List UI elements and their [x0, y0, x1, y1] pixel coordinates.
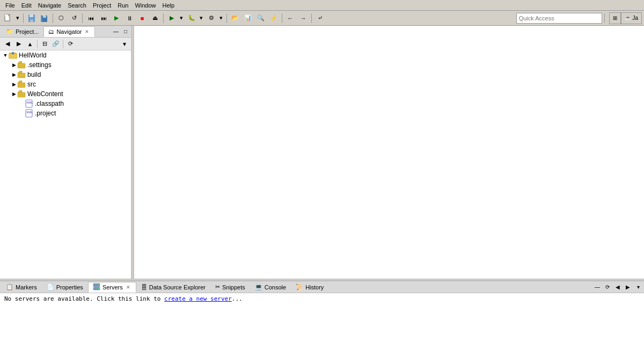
tab-servers[interactable]: Servers ✕: [88, 282, 136, 293]
bottom-sync-btn[interactable]: ⟳: [603, 282, 612, 292]
perspective-java-btn[interactable]: ☕ Ja: [621, 12, 642, 24]
webcontent-toggle[interactable]: ▶: [11, 91, 17, 97]
tab-properties[interactable]: 📄 Properties: [42, 282, 88, 293]
prev-edit-btn[interactable]: ←: [284, 12, 296, 24]
menu-edit[interactable]: Edit: [18, 1, 35, 10]
debug-button[interactable]: 🐛: [186, 12, 197, 24]
navigator-tab-icon: 🗂: [48, 28, 54, 35]
maximize-left-btn[interactable]: □: [121, 27, 130, 36]
menu-run[interactable]: Run: [114, 1, 131, 10]
console-icon: 💻: [255, 284, 262, 290]
src-icon: [17, 80, 26, 89]
sep2: [53, 13, 53, 23]
new-button[interactable]: [2, 12, 14, 24]
nav-link-btn[interactable]: 🔗: [50, 39, 61, 49]
build-toggle[interactable]: ▶: [11, 71, 17, 78]
menu-file[interactable]: File: [2, 1, 18, 10]
save-button[interactable]: [26, 12, 38, 24]
left-panel: 📁 Project... 🗂 Navigator ✕ — □ ◀ ▶ ▲: [0, 26, 131, 279]
tab-console[interactable]: 💻 Console: [250, 282, 291, 293]
tab-navigator[interactable]: 🗂 Navigator ✕: [43, 26, 95, 37]
tree-item-settings[interactable]: ▶ .settings: [0, 60, 131, 70]
sep7: [311, 13, 312, 23]
tab-markers[interactable]: 📋 Markers: [1, 282, 42, 293]
tree-item-classpath[interactable]: XML .classpath: [0, 99, 131, 108]
servers-icon: [93, 283, 100, 292]
left-panel-tab-actions: — □: [112, 27, 130, 36]
debug-stop-button[interactable]: ■: [136, 12, 148, 24]
webcontent-label: WebContent: [27, 90, 63, 98]
svg-rect-9: [43, 16, 46, 18]
tab-project[interactable]: 📁 Project...: [1, 26, 43, 37]
navigator-tree: ▼ HellWorld ▶: [0, 50, 131, 279]
debug-next-button[interactable]: ⏭: [98, 12, 109, 24]
menu-navigate[interactable]: Navigate: [35, 1, 64, 10]
src-toggle[interactable]: ▶: [11, 81, 17, 88]
tree-item-build[interactable]: ▶ build: [0, 70, 131, 79]
quick-access-input[interactable]: [516, 13, 602, 24]
ext-tools-dropdown[interactable]: ▾: [218, 12, 224, 24]
svg-marker-19: [18, 81, 22, 83]
nav-view-menu[interactable]: ▾: [120, 40, 129, 48]
svg-rect-20: [18, 92, 25, 97]
debug-resume-button[interactable]: ▶: [111, 12, 122, 24]
debug-prev-button[interactable]: ⏮: [85, 12, 97, 24]
new-dropdown-btn[interactable]: ▾: [14, 12, 21, 24]
debug-disconnect-button[interactable]: ⏏: [149, 12, 161, 24]
search-next-btn[interactable]: ⚡: [268, 12, 280, 24]
markers-icon: 📋: [6, 284, 13, 290]
menu-window[interactable]: Window: [131, 1, 159, 10]
search-btn[interactable]: 🔍: [255, 12, 267, 24]
publish-button[interactable]: ⬡: [55, 12, 67, 24]
nav-sync-btn[interactable]: ⟳: [65, 39, 76, 49]
nav-back-btn[interactable]: ◀: [2, 39, 13, 49]
bottom-minimize-btn[interactable]: —: [592, 282, 602, 292]
debug-suspend-button[interactable]: ⏸: [123, 12, 135, 24]
svg-marker-15: [18, 61, 22, 63]
nav-forward-btn[interactable]: ▶: [13, 39, 24, 49]
tree-item-hellworld[interactable]: ▼ HellWorld: [0, 50, 131, 60]
bottom-tab-bar: 📋 Markers 📄 Properties Servers: [0, 281, 644, 293]
sep1: [23, 13, 24, 23]
hellworld-label: HellWorld: [19, 52, 47, 59]
bottom-prev-btn[interactable]: ◀: [613, 282, 623, 292]
history-icon: 📜: [296, 284, 303, 290]
ext-tools-button[interactable]: ⚙: [206, 12, 217, 24]
settings-toggle[interactable]: ▶: [11, 62, 17, 68]
minimize-left-btn[interactable]: —: [112, 27, 120, 36]
run-button[interactable]: ▶: [166, 12, 178, 24]
menu-search[interactable]: Search: [64, 1, 90, 10]
next-edit-btn[interactable]: →: [297, 12, 309, 24]
last-edit-btn[interactable]: ⤶: [314, 12, 326, 24]
nav-collapse-btn[interactable]: ⊟: [39, 39, 50, 49]
bottom-view-menu-btn[interactable]: ▾: [633, 282, 643, 292]
open-task-button[interactable]: 📂: [229, 12, 241, 24]
svg-marker-17: [18, 71, 22, 73]
save-all-button[interactable]: [39, 12, 50, 24]
bottom-next-btn[interactable]: ▶: [623, 282, 633, 292]
left-panel-tab-bar: 📁 Project... 🗂 Navigator ✕ — □: [0, 26, 131, 38]
tree-item-project[interactable]: XML .project: [0, 108, 131, 118]
workspace: 📁 Project... 🗂 Navigator ✕ — □ ◀ ▶ ▲: [0, 26, 644, 279]
menu-project[interactable]: Project: [90, 1, 114, 10]
tab-history[interactable]: 📜 History: [291, 282, 328, 293]
hellworld-toggle[interactable]: ▼: [2, 52, 9, 59]
tab-snippets[interactable]: ✂ Snippets: [210, 282, 250, 293]
debug-dropdown[interactable]: ▾: [198, 12, 204, 24]
run-dropdown[interactable]: ▾: [178, 12, 185, 24]
editor-area: [134, 26, 644, 279]
svg-point-13: [12, 52, 14, 54]
perspective-grid-btn[interactable]: ⊞: [609, 12, 621, 24]
create-server-link[interactable]: create a new server: [164, 295, 232, 302]
navigator-tab-close[interactable]: ✕: [84, 28, 90, 35]
tree-item-webcontent[interactable]: ▶ WebContent: [0, 89, 131, 99]
servers-content: No servers are available. Click this lin…: [0, 293, 644, 356]
navigator-toolbar: ◀ ▶ ▲ ⊟ 🔗 ⟳ ▾: [0, 38, 131, 50]
tab-datasource[interactable]: 🗄 Data Source Explorer: [136, 282, 210, 293]
tree-item-src[interactable]: ▶ src: [0, 79, 131, 89]
refresh-button[interactable]: ↺: [68, 12, 80, 24]
nav-up-btn[interactable]: ▲: [25, 39, 35, 49]
show-whiteboard-button[interactable]: 📊: [242, 12, 254, 24]
servers-tab-close[interactable]: ✕: [125, 284, 131, 290]
menu-help[interactable]: Help: [159, 1, 178, 10]
